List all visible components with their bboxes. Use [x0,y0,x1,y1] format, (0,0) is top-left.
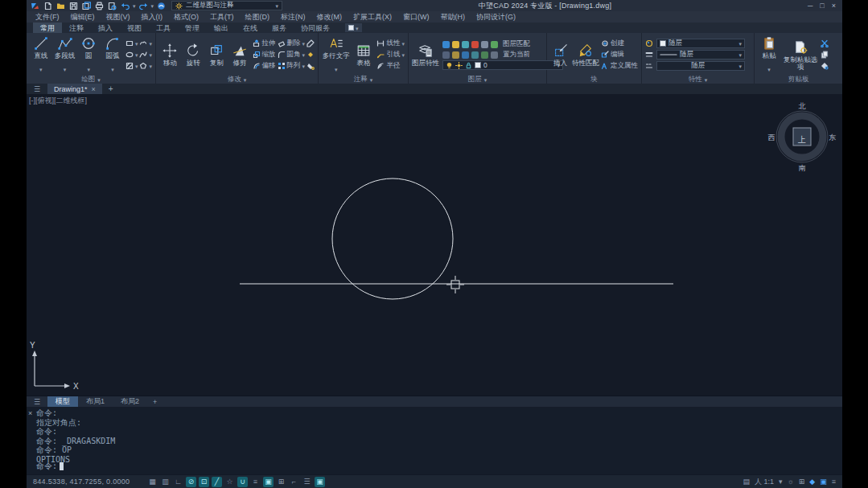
snap-toggle[interactable]: ▥ [160,477,171,487]
viewport-icon[interactable]: ▤ [743,478,750,486]
dyn-input-toggle[interactable]: ☆ [224,477,235,487]
selection-cycling-toggle[interactable]: ⌐ [289,477,299,487]
layer-tool-icon[interactable] [471,51,479,59]
panel-footer-clipboard[interactable]: 剪贴板 [755,75,842,84]
new-file-icon[interactable] [43,1,53,10]
layer-tool-icon[interactable] [442,41,450,48]
circle-button[interactable]: 圆 [77,35,100,75]
undo-icon[interactable] [120,1,130,10]
erase-button[interactable]: 删除 [278,39,306,48]
layer-properties-button[interactable]: 图层特性 [412,43,439,67]
linetype-selector[interactable]: 随层 [656,61,745,71]
panel-footer-modify[interactable]: 修改 [156,75,318,84]
menu-item[interactable]: 扩展工具(X) [348,12,397,23]
maximize-button[interactable]: □ [820,2,824,10]
fillet-button[interactable]: 圆角 [278,50,306,59]
layout-tab[interactable]: 布局1 [78,396,113,407]
insert-block-button[interactable]: 插入 [550,43,570,67]
arc-button[interactable]: 圆弧 [101,35,124,75]
osnap-toggle[interactable]: ⊡ [199,477,209,487]
menu-item[interactable]: 窗口(W) [397,12,435,23]
menu-item[interactable]: 格式(O) [168,12,204,23]
osnap-3d-toggle[interactable]: ∪ [237,477,248,487]
preview-icon[interactable] [107,1,117,10]
menu-item[interactable]: 视图(V) [101,12,136,23]
edit-block-button[interactable]: 编辑 [601,50,638,59]
layer-tool-icon[interactable] [442,51,450,59]
menu-item[interactable]: 帮助(H) [435,12,471,23]
layer-tool-icon[interactable] [462,41,469,48]
create-block-button[interactable]: 创建 [601,39,638,48]
layer-tool-icon[interactable] [471,41,479,48]
move-button[interactable]: 移动 [159,43,181,67]
layer-tool-icon[interactable] [481,51,488,59]
layer-tools-row-1[interactable] [442,39,498,49]
close-icon[interactable] [92,85,96,93]
ribbon-tab[interactable]: 注释 [62,23,91,33]
paste-options-button[interactable]: 复制粘贴选项 [782,39,819,71]
layer-tools-row-2[interactable] [442,50,498,59]
polar-toggle[interactable]: ⊘ [186,477,196,487]
rotate-button[interactable]: 旋转 [183,43,204,67]
define-attributes-button[interactable]: 定义属性 [601,61,638,71]
menu-item[interactable]: 编辑(E) [65,12,101,23]
command-history[interactable]: 命令:指定对角点:命令:命令: _DRAGASKDIM命令: OPOPTIONS [36,408,839,464]
scale-dropdown-icon[interactable]: ▾ [779,478,783,486]
ribbon-tab[interactable]: 工具 [149,23,178,33]
menu-item[interactable]: 协同设计(G) [471,12,521,23]
transparency-toggle[interactable]: ▣ [263,477,274,487]
layer-match-button[interactable]: 图层匹配 [503,39,530,49]
customization-icon[interactable]: ≡ [832,478,836,486]
layer-tool-icon[interactable] [491,41,498,48]
fullscreen-icon[interactable]: ▣ [820,478,827,486]
menu-icon[interactable] [27,398,47,406]
menu-item[interactable]: 标注(N) [275,12,311,23]
rectangle-button[interactable] [125,39,138,48]
menu-item[interactable]: 文件(F) [30,12,65,23]
menu-item[interactable]: 绘图(D) [240,12,276,23]
app-logo-icon[interactable] [30,1,40,10]
offset-button[interactable]: 偏移 [253,61,276,71]
format-brush-button[interactable] [821,61,829,71]
ribbon-tab[interactable]: 视图 [120,23,149,33]
view-compass[interactable]: 上 北 南 西 东 [768,102,837,172]
ribbon-tab[interactable]: 常用 [33,23,62,33]
annotation-monitor-toggle[interactable]: ☰ [302,477,312,487]
paint-button[interactable] [306,50,315,59]
color-selector[interactable]: 随层 [656,39,745,48]
annotation-visibility-icon[interactable]: ☼ [788,478,794,486]
match-properties-button[interactable]: 特性匹配 [572,43,599,67]
drawn-circle[interactable] [332,178,453,299]
array-button[interactable]: 阵列 [278,61,306,71]
menu-icon[interactable] [27,85,47,93]
spline-button[interactable] [139,50,152,59]
ortho-toggle[interactable]: ∟ [173,477,183,487]
save-as-icon[interactable] [81,1,92,10]
ribbon-tab[interactable]: 插入 [91,23,120,33]
redo-icon[interactable] [138,1,149,10]
menu-item[interactable]: 工具(T) [204,12,240,23]
layer-tool-icon[interactable] [462,51,469,59]
copy-button[interactable]: 复制 [206,43,228,67]
ellipse-button[interactable] [125,50,138,59]
line-button[interactable]: 直线 [30,35,52,75]
copy-clip-button[interactable] [821,50,829,59]
panel-footer-properties[interactable]: 特性 [642,75,754,84]
fullscreen-toggle[interactable]: ▣ [315,477,325,487]
drawing-canvas[interactable]: [-][俯视][二维线框] Y X [27,94,842,396]
ribbon-tab[interactable]: 协同服务 [294,23,337,33]
add-layout-button[interactable]: + [147,398,162,406]
open-folder-icon[interactable] [56,1,66,10]
save-icon[interactable] [68,1,79,10]
layer-tool-icon[interactable] [452,51,459,59]
match-brush-button[interactable] [306,39,315,48]
panel-footer-block[interactable]: 块 [547,75,641,84]
set-current-layer-button[interactable]: 置为当前 [503,50,530,59]
minimize-button[interactable]: ─ [808,2,812,10]
document-tab[interactable]: Drawing1* [47,84,102,94]
layout-tab[interactable]: 布局2 [113,396,147,407]
cut-button[interactable] [821,39,829,48]
paste-button[interactable]: 粘贴 [758,35,780,75]
panel-footer-annotate[interactable]: 注释 [319,75,408,84]
redo-dropdown-icon[interactable] [151,2,154,10]
